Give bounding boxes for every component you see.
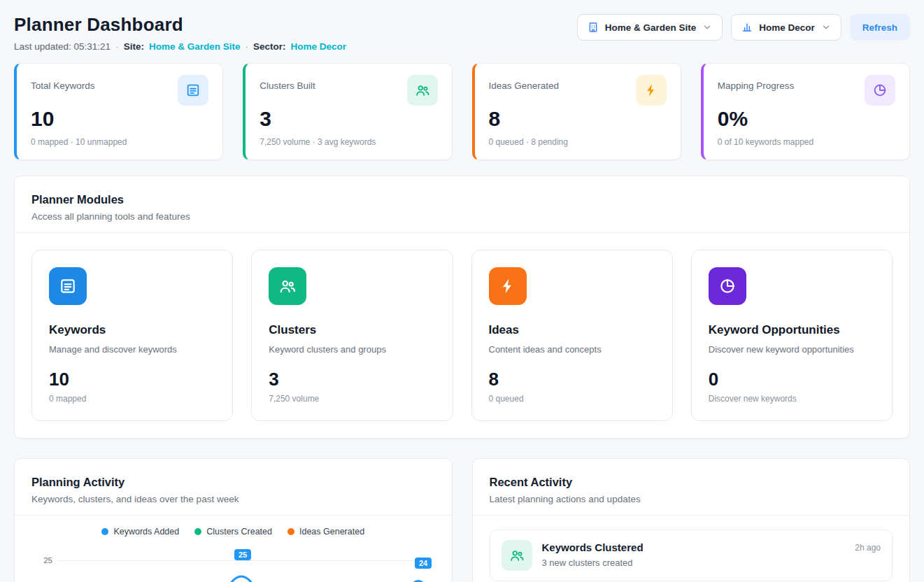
sector-selector-dropdown[interactable]: Home Decor [731, 14, 841, 41]
document-icon [49, 267, 87, 305]
module-detail: 0 queued [489, 394, 655, 404]
panel-subtitle: Access all planning tools and features [31, 211, 893, 222]
stat-card-total-keywords: Total Keywords 10 0 mapped · 10 unmapped [14, 63, 223, 160]
building-icon [588, 22, 599, 33]
chart-legend: Keywords Added Clusters Created Ideas Ge… [31, 527, 435, 537]
data-point-label: 25 [234, 549, 251, 560]
module-detail: Discover new keywords [709, 394, 875, 404]
divider [15, 232, 909, 233]
module-card-clusters[interactable]: Clusters Keyword clusters and groups 3 7… [251, 250, 453, 421]
legend-dot-green [194, 528, 201, 535]
site-label: Site: [124, 41, 144, 52]
stat-detail: 0 mapped · 10 unmapped [31, 137, 208, 147]
sector-label: Sector: [253, 41, 286, 52]
last-updated-text: Last updated: 05:31:21 [14, 41, 111, 52]
module-detail: 0 mapped [49, 394, 215, 404]
module-value: 8 [489, 369, 655, 390]
stat-detail: 0 queued · 8 pending [489, 137, 667, 147]
activity-title: Keywords Clustered [542, 540, 846, 553]
activity-timestamp: 2h ago [855, 540, 881, 553]
sector-selector-value: Home Decor [759, 22, 815, 33]
pie-chart-icon [709, 267, 746, 305]
module-title: Clusters [269, 323, 435, 337]
module-card-keywords[interactable]: Keywords Manage and discover keywords 10… [31, 250, 233, 421]
legend-dot-blue [101, 528, 108, 535]
y-axis-tick: 25 [31, 556, 52, 565]
chevron-down-icon [702, 22, 712, 32]
panel-subtitle: Keywords, clusters, and ideas over the p… [31, 494, 435, 504]
legend-item-clusters-created: Clusters Created [194, 527, 272, 537]
stats-row: Total Keywords 10 0 mapped · 10 unmapped… [14, 63, 910, 160]
module-value: 3 [269, 369, 435, 390]
header: Planner Dashboard Last updated: 05:31:21… [14, 14, 910, 52]
module-card-ideas[interactable]: Ideas Content ideas and concepts 8 0 que… [471, 250, 673, 421]
stat-detail: 7,250 volume · 3 avg keywords [260, 137, 437, 147]
panel-title: Planner Modules [31, 193, 893, 206]
planner-modules-panel: Planner Modules Access all planning tool… [14, 176, 910, 439]
data-point-label: 24 [415, 558, 432, 569]
group-icon [407, 75, 438, 106]
bottom-row: Planning Activity Keywords, clusters, an… [14, 458, 910, 582]
stat-card-clusters-built: Clusters Built 3 7,250 volume · 3 avg ke… [243, 63, 452, 160]
stat-detail: 0 of 10 keywords mapped [718, 137, 895, 147]
legend-item-ideas-generated: Ideas Generated [287, 527, 364, 537]
group-icon [502, 540, 532, 571]
document-icon [178, 75, 208, 106]
header-subtitle: Last updated: 05:31:21 · Site: Home & Ga… [14, 41, 346, 52]
module-detail: 7,250 volume [269, 394, 435, 404]
legend-item-keywords-added: Keywords Added [101, 527, 179, 537]
activity-description: 3 new clusters created [542, 558, 846, 568]
sector-value: Home Decor [290, 41, 346, 52]
chevron-down-icon [821, 22, 831, 32]
site-selector-dropdown[interactable]: Home & Garden Site [577, 14, 723, 41]
header-actions: Home & Garden Site Home Decor Refresh [577, 14, 910, 41]
modules-grid: Keywords Manage and discover keywords 10… [31, 250, 893, 421]
module-title: Keywords [49, 323, 215, 337]
module-description: Keyword clusters and groups [269, 344, 435, 355]
stat-value: 8 [489, 107, 667, 131]
panel-title: Recent Activity [490, 476, 893, 489]
stat-title: Mapping Progress [718, 75, 795, 91]
activity-list-item: Keywords Clustered 3 new clusters create… [490, 530, 893, 581]
stat-value: 3 [260, 107, 437, 131]
stat-title: Ideas Generated [489, 75, 560, 91]
stat-title: Clusters Built [260, 75, 315, 91]
legend-label: Keywords Added [113, 527, 179, 537]
separator-dot: · [115, 41, 119, 52]
divider [473, 515, 910, 516]
bolt-icon [636, 75, 667, 106]
bar-chart-icon [741, 22, 753, 33]
stat-card-ideas-generated: Ideas Generated 8 0 queued · 8 pending [472, 63, 681, 160]
pie-chart-icon [865, 75, 895, 106]
module-description: Content ideas and concepts [489, 344, 655, 355]
legend-label: Clusters Created [206, 527, 272, 537]
module-title: Keyword Opportunities [709, 323, 875, 337]
module-description: Discover new keyword opportunities [709, 344, 875, 355]
planning-activity-card: Planning Activity Keywords, clusters, an… [14, 458, 453, 582]
stat-value: 10 [31, 107, 208, 131]
module-description: Manage and discover keywords [49, 344, 215, 355]
module-title: Ideas [489, 323, 655, 337]
refresh-button[interactable]: Refresh [850, 14, 910, 41]
module-value: 0 [709, 369, 875, 390]
recent-activity-card: Recent Activity Latest planning actions … [472, 458, 911, 582]
stat-title: Total Keywords [31, 75, 95, 91]
site-value: Home & Garden Site [149, 41, 241, 52]
module-value: 10 [49, 369, 215, 390]
page-title: Planner Dashboard [14, 14, 346, 36]
group-icon [269, 267, 306, 305]
panel-subtitle: Latest planning actions and updates [490, 494, 893, 504]
stat-value: 0% [718, 107, 895, 131]
legend-dot-orange [287, 528, 294, 535]
panel-title: Planning Activity [31, 476, 435, 489]
legend-label: Ideas Generated [299, 527, 364, 537]
bolt-icon [489, 267, 527, 305]
site-selector-value: Home & Garden Site [605, 22, 697, 33]
line-chart: 25 25 24 [31, 545, 435, 582]
stat-card-mapping-progress: Mapping Progress 0% 0 of 10 keywords map… [701, 63, 910, 160]
module-card-keyword-opportunities[interactable]: Keyword Opportunities Discover new keywo… [691, 250, 893, 421]
separator-dot: · [245, 41, 248, 52]
divider [15, 515, 452, 516]
